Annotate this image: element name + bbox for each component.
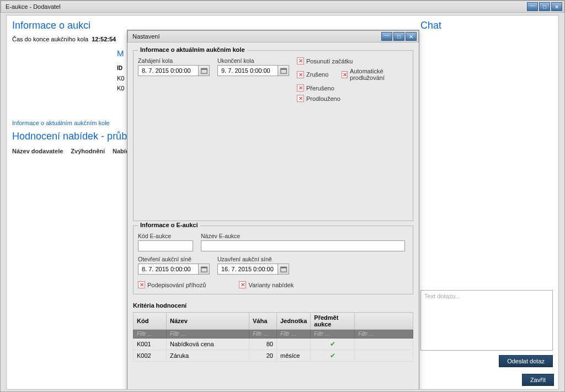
filter-cell[interactable]: Filtr … — [311, 330, 355, 339]
main-body: Informace o aukci Čas do konce aukčního … — [6, 15, 559, 390]
x-icon: ✕ — [297, 57, 304, 65]
svg-rect-5 — [201, 267, 207, 268]
partial-id-label: ID — [117, 65, 128, 71]
check-icon: ✔ — [311, 350, 355, 362]
name-input[interactable] — [201, 240, 405, 251]
code-input[interactable] — [138, 240, 193, 251]
main-window-title: E-aukce - Dodavatel — [6, 3, 61, 10]
flag-cancelled-label: Zrušeno — [306, 71, 328, 78]
x-icon: ✕ — [297, 71, 304, 78]
cell-code: K001 — [134, 339, 167, 350]
group-round-info: Informace o aktuálním aukčním kole Zaháj… — [133, 50, 413, 221]
eval-col-bonus: Zvýhodnění — [71, 148, 105, 154]
chat-input[interactable]: Text dotazu... — [420, 290, 553, 351]
col-subject[interactable]: Předmět aukce — [311, 313, 355, 330]
partial-k0b: K0 — [117, 85, 124, 92]
open-input[interactable] — [138, 264, 210, 275]
flag-shift-label: Posunutí začátku — [306, 58, 353, 65]
minimize-icon[interactable] — [527, 2, 538, 11]
main-titlebar: E-aukce - Dodavatel — [1, 1, 564, 13]
flag-sign-label: Podepisování příhozů — [147, 282, 206, 288]
dialog-title: Nastavení — [132, 33, 160, 40]
dialog-titlebar: Nastavení — [127, 30, 419, 42]
main-window: E-aukce - Dodavatel Informace o aukci Ča… — [0, 0, 565, 392]
x-icon: ✕ — [239, 281, 246, 288]
cell-name: Nabídková cena — [167, 339, 249, 350]
table-header-row: Kód Název Váha Jednotka Předmět aukce — [134, 313, 413, 330]
dialog-close-icon[interactable] — [406, 32, 417, 41]
x-icon: ✕ — [342, 71, 348, 78]
criteria-title: Kritéria hodnocení — [133, 302, 413, 309]
flag-interrupted-label: Přerušeno — [306, 85, 334, 92]
filter-cell[interactable]: Filtr … — [167, 330, 249, 339]
filter-cell[interactable]: Filtr … — [249, 330, 277, 339]
filter-cell[interactable]: Filtr … — [355, 330, 413, 339]
group-auction-info: Informace o E-aukci Kód E-aukce Název E-… — [133, 225, 413, 294]
start-label: Zahájení kola — [138, 57, 210, 64]
maximize-icon[interactable] — [539, 2, 550, 11]
calendar-icon[interactable] — [198, 264, 209, 274]
group-auction-legend: Informace o E-aukci — [138, 222, 200, 228]
cell-empty — [355, 339, 413, 350]
x-icon: ✕ — [297, 84, 304, 92]
start-input[interactable] — [138, 65, 210, 76]
open-label: Otevření aukční síně — [138, 256, 210, 262]
filter-cell[interactable]: Filtr … — [134, 330, 167, 339]
name-label: Název E-aukce — [201, 233, 408, 239]
col-name[interactable]: Název — [167, 313, 249, 330]
flag-shift: ✕Posunutí začátku — [297, 57, 405, 65]
cell-code: K002 — [134, 350, 167, 362]
close-app-button[interactable]: Zavřít — [522, 374, 554, 386]
table-row[interactable]: K002 Záruka 20 měsíce ✔ — [134, 350, 413, 362]
svg-rect-1 — [201, 68, 207, 69]
col-last[interactable] — [355, 313, 413, 330]
close-icon[interactable] — [551, 2, 562, 11]
flag-cancelled: ✕Zrušeno — [297, 68, 328, 81]
end-label: Ukončení kola — [217, 57, 289, 64]
code-label: Kód E-aukce — [138, 233, 193, 239]
cell-name: Záruka — [167, 350, 249, 362]
group-round-legend: Informace o aktuálním aukčním kole — [138, 46, 247, 53]
calendar-icon[interactable] — [278, 66, 289, 76]
dialog-maximize-icon[interactable] — [393, 32, 404, 41]
x-icon: ✕ — [138, 281, 145, 288]
table-row[interactable]: K001 Nabídková cena 80 ✔ — [134, 339, 413, 350]
col-code[interactable]: Kód — [134, 313, 167, 330]
countdown-label: Čas do konce aukčního kola — [12, 36, 88, 42]
start-input-text[interactable] — [138, 67, 198, 74]
round-info-link[interactable]: Informace o aktuálním aukčním kole — [12, 120, 110, 126]
x-icon: ✕ — [297, 95, 304, 102]
svg-rect-3 — [280, 68, 286, 69]
cell-unit — [277, 339, 311, 350]
end-input[interactable] — [217, 65, 289, 76]
open-input-text[interactable] — [138, 266, 198, 272]
flag-autoext-label: Automatické prodlužování — [350, 68, 405, 81]
send-button[interactable]: Odeslat dotaz — [499, 355, 553, 367]
cell-empty — [355, 350, 413, 362]
chat-title: Chat — [420, 20, 553, 31]
flag-extended-label: Prodlouženo — [306, 95, 340, 102]
close-input[interactable] — [217, 264, 289, 275]
calendar-icon[interactable] — [198, 66, 209, 76]
eval-col-supplier: Název dodavatele — [12, 148, 63, 154]
cell-weight: 20 — [249, 350, 277, 362]
filter-cell[interactable]: Filtr … — [277, 330, 311, 339]
flag-extended: ✕Prodlouženo — [297, 95, 405, 102]
criteria-table: Kód Název Váha Jednotka Předmět aukce Fi… — [133, 312, 413, 362]
calendar-icon[interactable] — [278, 264, 289, 274]
col-weight[interactable]: Váha — [249, 313, 277, 330]
flag-interrupted: ✕Přerušeno — [297, 84, 405, 92]
flag-variants-label: Varianty nabídek — [248, 282, 294, 288]
close-input-text[interactable] — [218, 266, 278, 272]
end-input-text[interactable] — [218, 67, 278, 74]
close-label: Uzavření aukční síně — [217, 256, 289, 262]
col-unit[interactable]: Jednotka — [277, 313, 311, 330]
table-filter-row[interactable]: Filtr … Filtr … Filtr … Filtr … Filtr … … — [134, 330, 413, 339]
dialog-minimize-icon[interactable] — [381, 32, 392, 41]
partial-k0: K0 — [117, 75, 124, 82]
cell-unit: měsíce — [277, 350, 311, 362]
svg-rect-7 — [280, 267, 286, 268]
check-icon: ✔ — [311, 339, 355, 350]
cell-weight: 80 — [249, 339, 277, 350]
flag-autoext: ✕Automatické prodlužování — [342, 68, 405, 81]
